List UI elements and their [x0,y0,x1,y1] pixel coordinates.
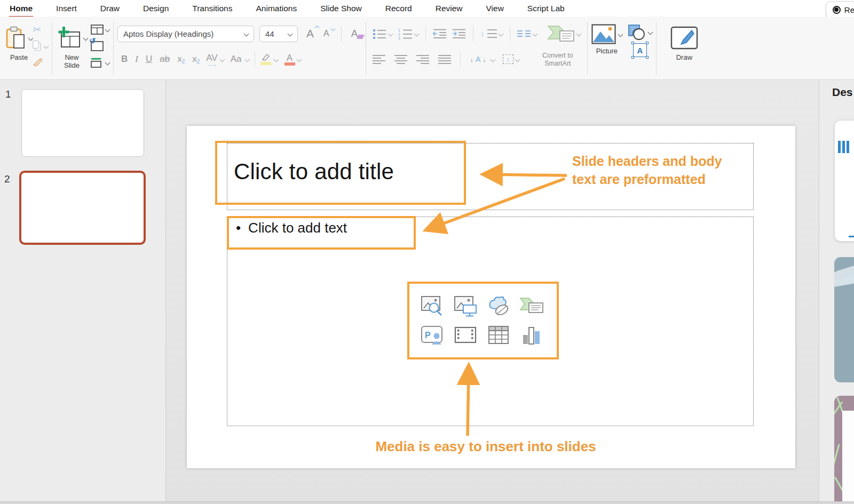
handle-icon [646,56,649,59]
reset-slide-button[interactable]: ↺ [91,39,109,52]
stock-image-button[interactable] [420,294,445,318]
insert-video-button[interactable] [453,323,478,347]
paste-button[interactable]: Paste [5,24,33,79]
superscript-button[interactable]: x2 [177,54,185,65]
line-spacing-button[interactable]: ↕ [480,29,503,38]
menu-view[interactable]: View [486,4,504,13]
menu-insert[interactable]: Insert [56,4,77,13]
menu-slide-show[interactable]: Slide Show [320,4,362,13]
align-text-button[interactable]: ↕ [503,54,519,64]
ribbon-divider [113,22,114,75]
bold-button[interactable]: B [121,54,128,65]
annotation-media-text: Media is easy to insert into slides [331,438,640,455]
increase-indent-button[interactable] [452,29,466,38]
picture-button[interactable]: Picture [591,24,622,79]
menu-review[interactable]: Review [436,4,463,13]
title-placeholder-text[interactable]: Click to add title [234,159,394,185]
text-box-button[interactable]: A [633,43,647,57]
menu-home[interactable]: Home [10,4,33,13]
cut-button[interactable]: ✂ [33,23,48,36]
design-idea-3[interactable] [834,396,854,501]
shapes-button[interactable] [628,24,652,40]
insert-picture-icon [454,295,477,317]
menu-record[interactable]: Record [385,4,412,13]
design-idea-2[interactable] [834,257,854,382]
slide-1-thumbnail[interactable] [21,89,144,157]
spacing-chevron[interactable] [219,57,225,62]
menu-animations[interactable]: Animations [256,4,297,13]
numbering-chevron[interactable] [414,31,420,36]
character-spacing-button[interactable]: AV ←→ [206,53,217,66]
section-dropdown-chevron[interactable] [105,60,110,65]
italic-button[interactable]: I [135,54,138,65]
new-slide-button[interactable]: New Slide [56,24,88,79]
highlighter-icon [260,53,271,62]
strikethrough-button[interactable]: ab [160,54,170,65]
layout-dropdown-chevron[interactable] [105,27,110,32]
align-center-button[interactable] [394,54,407,64]
menu-transitions[interactable]: Transitions [192,4,232,13]
highlight-chevron[interactable] [273,57,279,62]
body-placeholder-text[interactable]: •Click to add text [236,220,347,236]
font-color-button[interactable]: A [284,53,295,66]
stock-icons-button[interactable] [486,294,511,318]
text-direction-button[interactable]: ↓A↓ [470,55,494,63]
font-name-select[interactable]: Aptos Display (Headings) [117,26,254,42]
columns-chevron[interactable] [532,31,537,36]
bullets-button[interactable] [373,28,392,39]
svg-text:2: 2 [398,33,400,36]
convert-to-smartart-button[interactable] [547,24,581,43]
copy-button[interactable] [33,39,48,52]
insert-table-button[interactable] [486,323,511,347]
insert-picture-button[interactable] [453,294,478,318]
menu-design[interactable]: Design [143,4,169,13]
font-size-chevron [288,31,293,36]
slide-2-thumbnail-selected[interactable] [19,171,146,245]
numbering-icon: 123 [398,28,413,39]
font-color-chevron[interactable] [296,57,302,62]
line-spacing-chevron[interactable] [498,31,503,36]
text-highlight-button[interactable] [260,53,272,65]
numbering-button[interactable]: 123 [398,28,418,39]
chart-icon [520,324,543,346]
ribbon-divider [656,22,657,75]
change-case-button[interactable]: Aa [231,54,242,65]
justify-button[interactable] [438,54,451,64]
draw-label: Draw [676,54,692,62]
decrease-indent-button[interactable] [433,29,447,38]
picture-dropdown-chevron[interactable] [618,31,623,37]
new-slide-dropdown-chevron[interactable] [83,35,89,41]
smartart-chevron[interactable] [576,31,581,36]
insert-chart-button[interactable] [519,323,544,347]
slide-canvas[interactable]: Click to add title •Click to add text [187,126,795,468]
copy-dropdown-chevron[interactable] [44,43,49,49]
draw-button[interactable]: Draw [660,24,708,79]
subscript-button[interactable]: x2 [192,54,200,65]
format-painter-button[interactable] [33,56,48,69]
menu-script-lab[interactable]: Script Lab [527,4,565,13]
grow-font-button[interactable]: A [306,27,314,40]
bullets-icon [373,28,386,39]
underline-button[interactable]: U [146,54,152,65]
record-button[interactable]: Re [826,1,854,18]
clear-formatting-button[interactable]: A [351,28,358,39]
layout-button[interactable] [91,23,109,36]
shrink-font-button[interactable]: A [323,29,329,38]
insert-smartart-button[interactable] [519,294,544,318]
slide-1-number: 1 [5,89,11,100]
cameo-button[interactable]: P [420,323,445,347]
align-text-chevron[interactable] [515,57,520,62]
design-1-accent-line [849,236,854,237]
design-3-leaf [834,444,840,467]
font-size-select[interactable]: 44 [259,26,298,42]
text-direction-chevron[interactable] [490,57,495,62]
design-idea-1[interactable] [834,120,854,242]
bullets-chevron[interactable] [388,31,393,36]
columns-button[interactable] [517,30,537,37]
change-case-chevron[interactable] [244,57,250,62]
section-button[interactable] [91,56,109,69]
shapes-dropdown-chevron[interactable] [647,29,653,35]
align-left-button[interactable] [373,54,385,64]
align-right-button[interactable] [416,54,429,64]
menu-draw[interactable]: Draw [100,4,120,13]
